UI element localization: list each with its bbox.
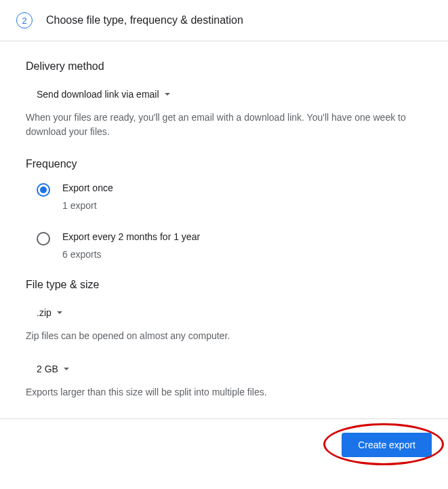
radio-content: Export every 2 months for 1 year 6 expor… xyxy=(62,231,200,260)
radio-label: Export once xyxy=(62,182,113,193)
file-type-description: Zip files can be opened on almost any co… xyxy=(26,329,422,343)
file-size-value: 2 GB xyxy=(37,364,58,374)
radio-icon xyxy=(37,232,50,246)
delivery-method-dropdown[interactable]: Send download link via email xyxy=(26,85,170,104)
footer: Create export xyxy=(0,419,448,471)
frequency-option-once[interactable]: Export once 1 export xyxy=(37,182,422,211)
frequency-section-title: Frequency xyxy=(26,158,422,170)
filetype-section-title: File type & size xyxy=(26,279,422,291)
delivery-section-title: Delivery method xyxy=(26,60,422,73)
chevron-down-icon xyxy=(64,368,69,370)
step-number-badge: 2 xyxy=(16,12,33,28)
radio-content: Export once 1 export xyxy=(62,182,113,211)
chevron-down-icon xyxy=(57,311,62,314)
create-export-button[interactable]: Create export xyxy=(342,433,432,457)
header-title: Choose file type, frequency & destinatio… xyxy=(46,14,243,26)
content-panel: Delivery method Send download link via e… xyxy=(0,41,448,419)
chevron-down-icon xyxy=(165,93,170,96)
file-size-description: Exports larger than this size will be sp… xyxy=(26,385,422,399)
file-size-dropdown[interactable]: 2 GB xyxy=(26,359,69,378)
radio-label: Export every 2 months for 1 year xyxy=(62,231,200,242)
delivery-method-value: Send download link via email xyxy=(37,89,159,100)
delivery-description: When your files are ready, you'll get an… xyxy=(26,111,422,139)
file-type-dropdown[interactable]: .zip xyxy=(26,303,62,322)
radio-sublabel: 1 export xyxy=(62,200,113,211)
step-header: 2 Choose file type, frequency & destinat… xyxy=(0,0,448,41)
file-type-value: .zip xyxy=(37,307,52,318)
frequency-radio-group: Export once 1 export Export every 2 mont… xyxy=(26,182,422,260)
frequency-option-bimonthly[interactable]: Export every 2 months for 1 year 6 expor… xyxy=(37,231,422,260)
radio-sublabel: 6 exports xyxy=(62,249,200,260)
radio-icon xyxy=(37,183,50,197)
